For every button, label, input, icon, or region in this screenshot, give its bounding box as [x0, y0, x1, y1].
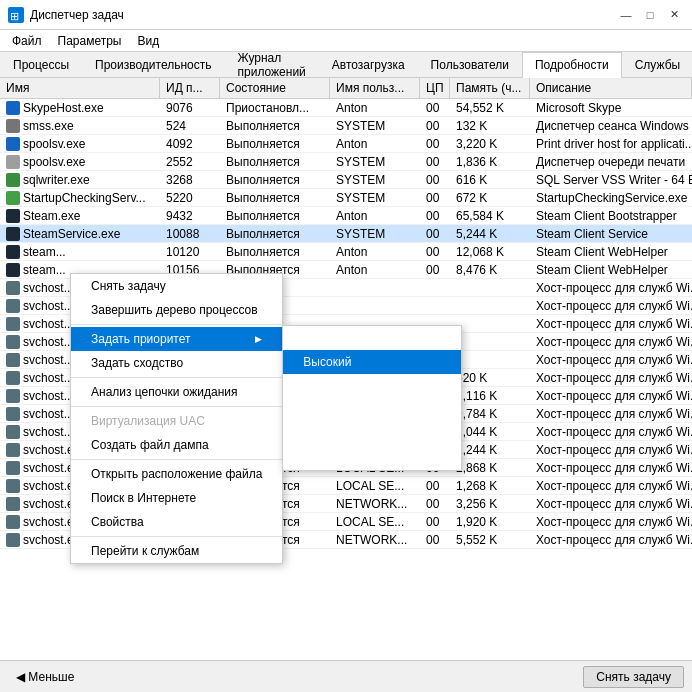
- ctx-open-location[interactable]: Открыть расположение файла: [71, 462, 282, 486]
- col-memory[interactable]: Память (ч...: [450, 78, 530, 98]
- table-cell: Диспетчер очереди печати: [530, 153, 692, 170]
- col-name[interactable]: Имя: [0, 78, 160, 98]
- table-cell: spoolsv.exe: [0, 135, 160, 152]
- table-row[interactable]: spoolsv.exe2552ВыполняетсяSYSTEM001,836 …: [0, 153, 692, 171]
- close-button[interactable]: ✕: [664, 6, 684, 24]
- ctx-divider-5: [71, 536, 282, 537]
- table-cell: Выполняется: [220, 207, 330, 224]
- ctx-priority-realtime[interactable]: Реального времени: [283, 326, 461, 350]
- table-cell: 616 K: [450, 171, 530, 188]
- table-row[interactable]: Steam.exe9432ВыполняетсяAnton0065,584 KS…: [0, 207, 692, 225]
- table-cell: 3,256 K: [450, 495, 530, 512]
- collapse-button[interactable]: ◀ Меньше: [8, 668, 82, 686]
- ctx-priority-low[interactable]: Низкий: [283, 446, 461, 470]
- ctx-divider-3: [71, 406, 282, 407]
- table-row[interactable]: spoolsv.exe4092ВыполняетсяAnton003,220 K…: [0, 135, 692, 153]
- table-cell: 1,268 K: [450, 477, 530, 494]
- ctx-priority-above-normal[interactable]: Выше среднего: [283, 374, 461, 398]
- ctx-properties[interactable]: Свойства: [71, 510, 282, 534]
- table-row[interactable]: steam...10120ВыполняетсяAnton0012,068 KS…: [0, 243, 692, 261]
- ctx-priority-high[interactable]: Высокий: [283, 350, 461, 374]
- table-cell: Выполняется: [220, 189, 330, 206]
- table-cell: 00: [420, 513, 450, 530]
- tab-app-history[interactable]: Журнал приложений: [225, 52, 319, 77]
- col-cpu[interactable]: ЦП: [420, 78, 450, 98]
- table-cell: 1,836 K: [450, 153, 530, 170]
- maximize-button[interactable]: □: [640, 6, 660, 24]
- ctx-end-task[interactable]: Снять задачу: [71, 274, 282, 298]
- status-bar: ◀ Меньше Снять задачу: [0, 660, 692, 692]
- table-cell: 3,220 K: [450, 135, 530, 152]
- table-cell: 00: [420, 153, 450, 170]
- table-row[interactable]: SkypeHost.exe9076Приостановл...Anton0054…: [0, 99, 692, 117]
- table-cell: 8,476 K: [450, 261, 530, 278]
- table-cell: SQL Server VSS Writer - 64 Bit: [530, 171, 692, 188]
- table-cell: SkypeHost.exe: [0, 99, 160, 116]
- priority-submenu: Реального времени Высокий Выше среднего …: [282, 325, 462, 471]
- table-cell: 3268: [160, 171, 220, 188]
- table-cell: Steam Client WebHelper: [530, 243, 692, 260]
- table-cell: SYSTEM: [330, 153, 420, 170]
- col-pid[interactable]: ИД п...: [160, 78, 220, 98]
- table-cell: 00: [420, 495, 450, 512]
- table-cell: 54,552 K: [450, 99, 530, 116]
- table-row[interactable]: StartupCheckingServ...5220ВыполняетсяSYS…: [0, 189, 692, 207]
- menu-view[interactable]: Вид: [129, 32, 167, 49]
- col-status[interactable]: Состояние: [220, 78, 330, 98]
- ctx-dump[interactable]: Создать файл дампа: [71, 433, 282, 457]
- ctx-priority-below-normal[interactable]: Ниже среднего: [283, 422, 461, 446]
- tab-startup[interactable]: Автозагрузка: [319, 52, 418, 77]
- table-cell: Хост-процесс для служб Wi...: [530, 297, 692, 314]
- table-cell: 65,584 K: [450, 207, 530, 224]
- table-cell: 672 K: [450, 189, 530, 206]
- table-row[interactable]: SteamService.exe10088ВыполняетсяSYSTEM00…: [0, 225, 692, 243]
- table-cell: 00: [420, 135, 450, 152]
- ctx-priority[interactable]: Задать приоритет Реального времени Высок…: [71, 327, 282, 351]
- table-cell: sqlwriter.exe: [0, 171, 160, 188]
- tab-users[interactable]: Пользователи: [418, 52, 522, 77]
- ctx-divider-2: [71, 377, 282, 378]
- table-cell: Хост-процесс для служб Wi...: [530, 441, 692, 458]
- table-cell: Anton: [330, 243, 420, 260]
- table-cell: [450, 297, 530, 314]
- table-cell: Диспетчер сеанса Windows: [530, 117, 692, 134]
- table-cell: 4092: [160, 135, 220, 152]
- tab-services[interactable]: Службы: [622, 52, 692, 77]
- end-task-button[interactable]: Снять задачу: [583, 666, 684, 688]
- ctx-analyze-wait[interactable]: Анализ цепочки ожидания: [71, 380, 282, 404]
- ctx-divider-1: [71, 324, 282, 325]
- menu-options[interactable]: Параметры: [50, 32, 130, 49]
- col-desc[interactable]: Описание: [530, 78, 692, 98]
- table-cell: Хост-процесс для служб Wi...: [530, 513, 692, 530]
- table-row[interactable]: smss.exe524ВыполняетсяSYSTEM00132 KДиспе…: [0, 117, 692, 135]
- table-cell: 9432: [160, 207, 220, 224]
- table-cell: Anton: [330, 261, 420, 278]
- table-row[interactable]: sqlwriter.exe3268ВыполняетсяSYSTEM00616 …: [0, 171, 692, 189]
- tab-performance[interactable]: Производительность: [82, 52, 224, 77]
- table-cell: steam...: [0, 243, 160, 260]
- minimize-button[interactable]: —: [616, 6, 636, 24]
- table-cell: StartupCheckingService.exe: [530, 189, 692, 206]
- tab-details[interactable]: Подробности: [522, 52, 622, 78]
- table-cell: SYSTEM: [330, 171, 420, 188]
- table-cell: 00: [420, 243, 450, 260]
- tab-processes[interactable]: Процессы: [0, 52, 82, 77]
- ctx-divider-4: [71, 459, 282, 460]
- ctx-affinity[interactable]: Задать сходство: [71, 351, 282, 375]
- table-cell: Хост-процесс для служб Wi...: [530, 369, 692, 386]
- col-user[interactable]: Имя польз...: [330, 78, 420, 98]
- table-cell: Print driver host for applicati...: [530, 135, 692, 152]
- ctx-search-web[interactable]: Поиск в Интернете: [71, 486, 282, 510]
- ctx-end-tree[interactable]: Завершить дерево процессов: [71, 298, 282, 322]
- menu-file[interactable]: Файл: [4, 32, 50, 49]
- table-cell: NETWORK...: [330, 495, 420, 512]
- table-cell: 9076: [160, 99, 220, 116]
- table-cell: Хост-процесс для служб Wi...: [530, 405, 692, 422]
- table-cell: LOCAL SE...: [330, 477, 420, 494]
- table-cell: 5,552 K: [450, 531, 530, 548]
- table-cell: Хост-процесс для служб Wi...: [530, 459, 692, 476]
- ctx-goto-services[interactable]: Перейти к службам: [71, 539, 282, 563]
- table-header: Имя ИД п... Состояние Имя польз... ЦП Па…: [0, 78, 692, 99]
- ctx-priority-normal[interactable]: ● Обычный: [283, 398, 461, 422]
- table-cell: Steam Client Service: [530, 225, 692, 242]
